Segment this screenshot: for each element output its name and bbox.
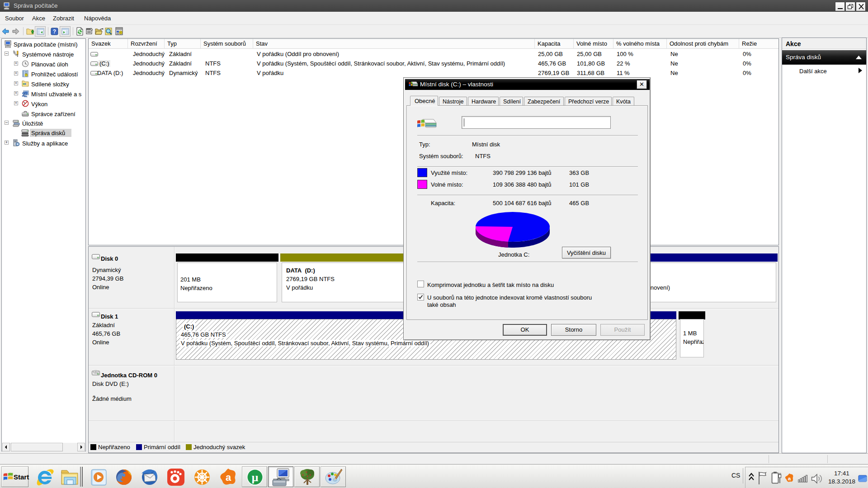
svg-text:a: a <box>788 475 791 481</box>
svg-text:?: ? <box>53 28 56 35</box>
svg-text:a: a <box>226 472 231 483</box>
svg-text:µ: µ <box>252 471 259 484</box>
